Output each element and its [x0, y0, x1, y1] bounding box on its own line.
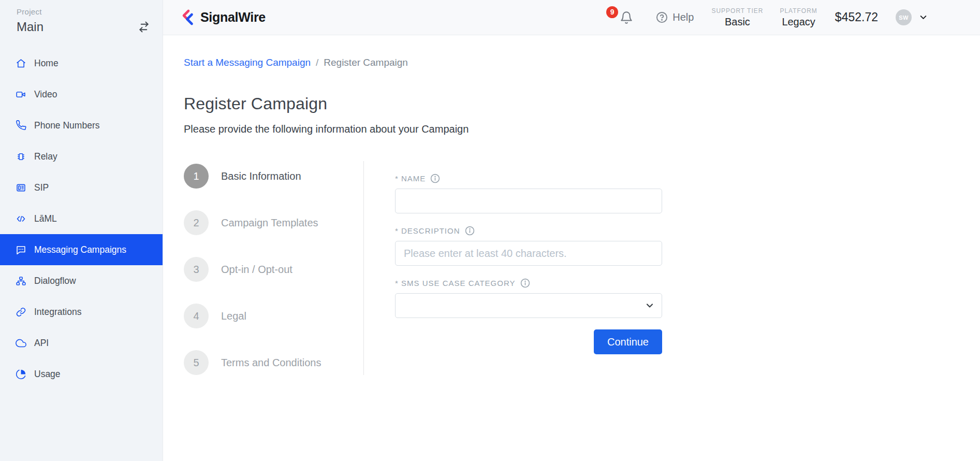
page-subtitle: Please provide the following information…: [184, 123, 469, 135]
sms-use-case-select[interactable]: [395, 293, 662, 318]
name-input[interactable]: [395, 189, 662, 213]
notification-badge: 9: [606, 6, 618, 18]
continue-button[interactable]: Continue: [594, 329, 662, 354]
description-input[interactable]: [395, 241, 662, 266]
step-label: Opt-in / Opt-out: [221, 264, 292, 276]
support-tier-value: Basic: [711, 16, 763, 28]
home-icon: [16, 58, 26, 69]
code-icon: [16, 213, 26, 224]
step-label: Basic Information: [221, 170, 301, 182]
sidebar-item-label: Home: [34, 58, 58, 69]
chat-bubble-icon: [16, 244, 26, 255]
help-label: Help: [672, 11, 694, 23]
step-list: 1 Basic Information 2 Campaign Templates…: [184, 164, 321, 397]
description-field-label: * DESCRIPTION: [395, 226, 662, 236]
project-label: Project: [17, 7, 43, 16]
breadcrumb-separator: /: [316, 57, 318, 68]
form-actions: Continue: [395, 329, 662, 354]
name-label-text: * NAME: [395, 174, 426, 183]
platform-label: PLATFORM: [780, 7, 817, 15]
sidebar-item-label: Integrations: [34, 307, 81, 318]
sms-category-select-wrap: [395, 293, 662, 318]
sidebar: Project Main Home Video Phone Numbers Re…: [0, 0, 163, 461]
sidebar-item-dialogflow[interactable]: Dialogflow: [0, 265, 163, 296]
avatar[interactable]: SW: [896, 9, 912, 25]
sidebar-item-messaging-campaigns[interactable]: Messaging Campaigns: [0, 234, 163, 265]
page-title: Register Campaign: [184, 94, 327, 113]
sidebar-item-label: LāML: [34, 213, 57, 224]
step-label: Legal: [221, 310, 246, 322]
breadcrumb-link[interactable]: Start a Messaging Campaign: [184, 57, 311, 68]
breadcrumb: Start a Messaging Campaign / Register Ca…: [184, 57, 408, 68]
step-number: 1: [184, 164, 209, 189]
cloud-icon: [16, 338, 26, 349]
sidebar-item-home[interactable]: Home: [0, 48, 163, 79]
sidebar-item-sip[interactable]: SIP: [0, 172, 163, 203]
phone-icon: [16, 120, 26, 131]
info-icon: [465, 226, 475, 236]
support-tier: SUPPORT TIER Basic: [711, 7, 763, 28]
sidebar-nav: Home Video Phone Numbers Relay SIP LāML …: [0, 48, 163, 390]
signalwire-logo-icon: [180, 8, 195, 27]
top-header: SignalWire 9 Help SUPPORT TIER Basic PLA…: [163, 0, 980, 35]
user-menu-chevron-icon[interactable]: [918, 12, 928, 22]
sidebar-item-api[interactable]: API: [0, 327, 163, 358]
sms-category-label-text: * SMS USE CASE CATEGORY: [395, 279, 516, 287]
step-opt-in-opt-out[interactable]: 3 Opt-in / Opt-out: [184, 257, 321, 282]
platform: PLATFORM Legacy: [780, 7, 817, 28]
sidebar-item-label: Usage: [34, 369, 61, 380]
step-basic-information[interactable]: 1 Basic Information: [184, 164, 321, 189]
info-icon: [520, 278, 530, 288]
name-field-label: * NAME: [395, 174, 662, 183]
project-switcher: Project Main: [17, 7, 43, 34]
header-actions: 9 Help SUPPORT TIER Basic PLATFORM Legac…: [620, 7, 980, 28]
link-icon: [16, 307, 26, 318]
step-legal[interactable]: 4 Legal: [184, 304, 321, 328]
brand-name: SignalWire: [200, 10, 266, 25]
info-icon: [430, 174, 440, 183]
register-campaign-form: * NAME * DESCRIPTION * SMS USE CASE CATE…: [395, 174, 662, 354]
chip-icon: [16, 151, 26, 162]
sms-category-field-label: * SMS USE CASE CATEGORY: [395, 278, 662, 288]
question-circle-icon: [656, 11, 668, 23]
pie-chart-icon: [16, 369, 26, 380]
main-content: Start a Messaging Campaign / Register Ca…: [163, 35, 980, 461]
account-balance: $452.72: [835, 10, 878, 24]
step-label: Campaign Templates: [221, 217, 318, 229]
notifications-button[interactable]: 9: [620, 11, 633, 24]
help-button[interactable]: Help: [656, 11, 694, 23]
step-number: 3: [184, 257, 209, 282]
desk-phone-icon: [16, 182, 26, 193]
video-camera-icon: [16, 89, 26, 100]
step-number: 4: [184, 304, 209, 328]
sidebar-item-video[interactable]: Video: [0, 79, 163, 110]
description-label-text: * DESCRIPTION: [395, 226, 460, 235]
project-swap-button[interactable]: [137, 20, 151, 34]
support-tier-label: SUPPORT TIER: [711, 7, 763, 15]
step-terms-and-conditions[interactable]: 5 Terms and Conditions: [184, 350, 321, 375]
brand-logo[interactable]: SignalWire: [180, 8, 266, 27]
platform-value: Legacy: [780, 16, 817, 28]
sidebar-item-usage[interactable]: Usage: [0, 358, 163, 390]
steps-form-divider: [363, 161, 364, 375]
sidebar-item-label: Video: [34, 89, 57, 100]
step-campaign-templates[interactable]: 2 Campaign Templates: [184, 210, 321, 235]
sitemap-icon: [16, 276, 26, 286]
sidebar-item-label: Dialogflow: [34, 276, 76, 286]
sidebar-item-label: Messaging Campaigns: [34, 244, 126, 255]
project-name: Main: [17, 20, 43, 34]
sidebar-item-laml[interactable]: LāML: [0, 203, 163, 234]
sidebar-item-integrations[interactable]: Integrations: [0, 296, 163, 327]
breadcrumb-current: Register Campaign: [324, 57, 408, 68]
step-label: Terms and Conditions: [221, 357, 321, 369]
bell-icon: [620, 11, 633, 24]
sidebar-item-label: Relay: [34, 151, 57, 162]
step-number: 2: [184, 210, 209, 235]
step-number: 5: [184, 350, 209, 375]
sidebar-item-label: API: [34, 338, 49, 349]
swap-arrows-icon: [137, 20, 151, 34]
sidebar-item-phone-numbers[interactable]: Phone Numbers: [0, 110, 163, 141]
sidebar-item-label: Phone Numbers: [34, 120, 99, 131]
sidebar-item-relay[interactable]: Relay: [0, 141, 163, 172]
sidebar-item-label: SIP: [34, 182, 49, 193]
